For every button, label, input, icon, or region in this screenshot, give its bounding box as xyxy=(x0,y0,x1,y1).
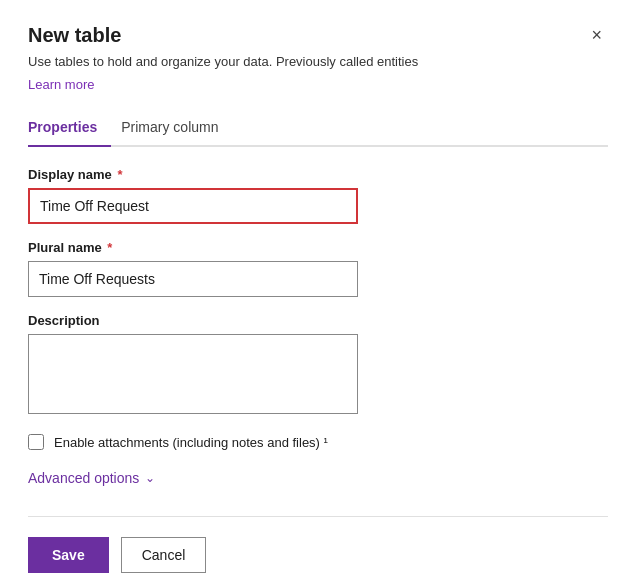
close-button[interactable]: × xyxy=(585,24,608,46)
tab-bar: Properties Primary column xyxy=(28,111,608,147)
divider xyxy=(28,516,608,517)
chevron-down-icon: ⌄ xyxy=(145,471,155,485)
description-input[interactable] xyxy=(28,334,358,414)
plural-name-input[interactable] xyxy=(28,261,358,297)
advanced-options-button[interactable]: Advanced options ⌄ xyxy=(28,470,155,486)
display-name-field: Display name * xyxy=(28,167,608,224)
plural-name-label: Plural name * xyxy=(28,240,608,255)
button-row: Save Cancel xyxy=(28,537,608,573)
attachments-checkbox[interactable] xyxy=(28,434,44,450)
dialog-header: New table × xyxy=(28,24,608,47)
new-table-dialog: New table × Use tables to hold and organ… xyxy=(0,0,636,588)
plural-name-field: Plural name * xyxy=(28,240,608,297)
required-star: * xyxy=(114,167,123,182)
attachments-row: Enable attachments (including notes and … xyxy=(28,434,608,450)
display-name-input[interactable] xyxy=(28,188,358,224)
tab-primary-column[interactable]: Primary column xyxy=(121,111,232,147)
tab-properties[interactable]: Properties xyxy=(28,111,111,147)
dialog-title: New table xyxy=(28,24,121,47)
cancel-button[interactable]: Cancel xyxy=(121,537,207,573)
dialog-description: Use tables to hold and organize your dat… xyxy=(28,53,608,71)
attachments-label: Enable attachments (including notes and … xyxy=(54,435,328,450)
learn-more-link[interactable]: Learn more xyxy=(28,77,94,92)
save-button[interactable]: Save xyxy=(28,537,109,573)
description-label: Description xyxy=(28,313,608,328)
display-name-label: Display name * xyxy=(28,167,608,182)
required-star-plural: * xyxy=(104,240,113,255)
description-field: Description xyxy=(28,313,608,418)
advanced-options-label: Advanced options xyxy=(28,470,139,486)
